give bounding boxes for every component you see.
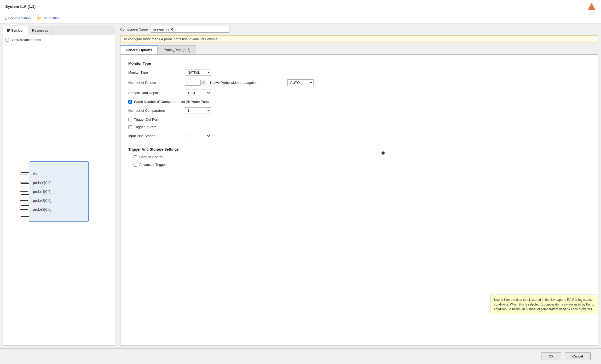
left-panel-body: Show disabled ports clk	[3, 35, 115, 345]
svg-marker-0	[588, 3, 595, 10]
port-clk-line	[20, 174, 28, 174]
port-probe2-label: probe2[0:0]	[29, 198, 51, 203]
number-of-probes-clear-btn[interactable]: ✕	[200, 80, 206, 85]
port-probe0: probe0[0:0]	[29, 181, 83, 185]
left-panel-tabs: IP Symbol Resources	[3, 26, 115, 35]
left-panel: IP Symbol Resources Show disabled ports	[3, 26, 115, 346]
vivado-logo-icon	[587, 2, 596, 11]
tooltip-text: Use to filter the data that is stored in…	[494, 298, 594, 311]
trigger-storage-heading: Trigger And Storage Settings	[128, 147, 590, 151]
capture-control-checkbox[interactable]	[134, 155, 137, 159]
number-of-comparators-label: Number of Comparators	[128, 109, 181, 113]
number-of-probes-input[interactable]	[185, 80, 200, 86]
sample-data-depth-row: Sample Data Depth 1024 2048 4096 8192	[128, 90, 590, 96]
folder-icon: 📁	[37, 16, 41, 20]
title-bar: System ILA (1.1)	[0, 0, 601, 13]
nav-bar: ℹ Documentation 📁 IP Location	[0, 13, 601, 24]
same-comparators-row: Same Number of Comparators for All Probe…	[128, 100, 590, 104]
port-probe3: probe3[0:0]	[29, 207, 83, 212]
show-disabled-checkbox[interactable]	[5, 38, 9, 42]
native-probe-width-label: Native Probe width propagation	[210, 81, 283, 85]
capture-control-label: Capture Control	[139, 155, 163, 159]
tab-general-options[interactable]: General Options	[120, 45, 158, 54]
ip-location-label: IP Location	[43, 16, 60, 20]
tab-resources[interactable]: Resources	[28, 26, 53, 35]
port-probe2: probe2[0:0]	[29, 198, 83, 203]
number-of-probes-label: Number of Probes	[128, 81, 181, 85]
info-bar: To configure more than 64 probe ports us…	[120, 35, 598, 43]
advanced-trigger-row: Advanced Trigger	[128, 163, 590, 167]
number-of-probes-row: Number of Probes ✕ Native Probe width pr…	[128, 79, 590, 86]
tab-probe-ports[interactable]: Probe_Ports(0..7)	[158, 45, 196, 54]
port-probe0-label: probe0[0:0]	[29, 181, 51, 185]
input-pipe-stages-select[interactable]: 0 1 2 3 4 5 6	[185, 133, 211, 139]
port-probe3-label: probe3[0:0]	[29, 207, 51, 212]
ip-symbol-area: clk probe0[0:0] probe1[0:0] probe2[	[5, 44, 112, 339]
number-of-comparators-select[interactable]: 1 2 3 4	[185, 107, 211, 114]
port-clk-label: clk	[29, 172, 37, 176]
cancel-button[interactable]: Cancel	[565, 353, 591, 360]
right-panel: Component Name To configure more than 64…	[118, 24, 601, 348]
info-icon: ℹ	[5, 16, 7, 20]
ip-symbol-box: clk probe0[0:0] probe1[0:0] probe2[	[29, 161, 89, 222]
advanced-trigger-checkbox[interactable]	[134, 163, 137, 167]
monitor-type-heading: Monitor Type	[128, 61, 590, 66]
main-content: IP Symbol Resources Show disabled ports	[0, 24, 601, 348]
port-probe2-line	[20, 200, 28, 201]
port-probe0-line	[20, 183, 28, 183]
port-probe1-label: probe1[0:0]	[29, 190, 51, 194]
ip-location-link[interactable]: 📁 IP Location	[37, 16, 60, 20]
port-probe3-line	[20, 209, 28, 210]
trigger-in-port-checkbox[interactable]	[128, 125, 132, 129]
number-of-comparators-row: Number of Comparators 1 2 3 4	[128, 107, 590, 114]
port-probe1-line	[20, 191, 28, 192]
port-clk: clk	[29, 172, 83, 176]
advanced-trigger-label: Advanced Trigger	[139, 163, 166, 167]
documentation-label: Documentation	[8, 16, 31, 20]
trigger-out-port-checkbox[interactable]	[128, 118, 132, 121]
number-of-probes-input-group: ✕	[185, 80, 206, 86]
config-tab-bar: General Options Probe_Ports(0..7)	[120, 45, 598, 55]
tab-ip-symbol[interactable]: IP Symbol	[3, 26, 28, 35]
trigger-out-port-row: Trigger Out Port	[128, 118, 590, 121]
sample-data-depth-label: Sample Data Depth	[128, 91, 181, 95]
input-pipe-stages-label: Input Pipe Stages	[128, 134, 181, 138]
monitor-type-row: Monitor Type NATIVE AXI	[128, 69, 590, 76]
section-divider	[128, 143, 590, 143]
trigger-in-port-label: Trigger In Port	[134, 125, 156, 129]
component-name-input[interactable]	[151, 26, 229, 33]
trigger-out-port-label: Trigger Out Port	[134, 118, 158, 121]
show-disabled-row: Show disabled ports	[5, 38, 112, 42]
native-probe-width-select[interactable]: AUTO MANUAL	[287, 79, 314, 86]
same-comparators-label: Same Number of Comparators for All Probe…	[134, 100, 209, 104]
documentation-link[interactable]: ℹ Documentation	[5, 16, 31, 20]
component-name-row: Component Name	[120, 26, 598, 33]
tooltip-box: Use to filter the data that is stored in…	[490, 295, 598, 314]
monitor-type-select[interactable]: NATIVE AXI	[185, 69, 211, 76]
input-pipe-stages-row: Input Pipe Stages 0 1 2 3 4 5 6	[128, 133, 590, 139]
window-title: System ILA (1.1)	[5, 4, 36, 9]
capture-control-row: Capture Control	[128, 155, 590, 159]
trigger-in-port-row: Trigger In Port	[128, 125, 590, 129]
sample-data-depth-select[interactable]: 1024 2048 4096 8192	[185, 90, 211, 96]
port-probe1: probe1[0:0]	[29, 190, 83, 194]
ok-button[interactable]: OK	[541, 353, 561, 360]
show-disabled-label: Show disabled ports	[10, 38, 41, 42]
component-name-label: Component Name	[120, 27, 148, 31]
same-comparators-checkbox[interactable]	[128, 100, 132, 104]
monitor-type-label: Monitor Type	[128, 71, 181, 74]
bottom-bar: OK Cancel	[0, 348, 601, 364]
